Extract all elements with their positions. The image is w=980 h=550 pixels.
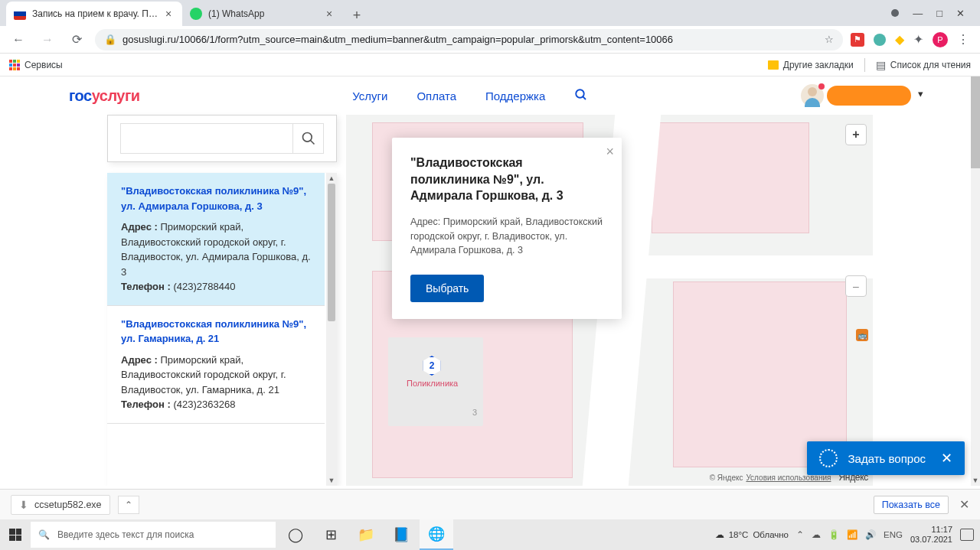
- map-marker[interactable]: 2 Поликлиника: [422, 356, 445, 382]
- forward-icon[interactable]: →: [37, 29, 58, 50]
- onedrive-icon[interactable]: ☁: [812, 529, 821, 540]
- url-input[interactable]: 🔒 gosuslugi.ru/10066/1/form?utm_source=m…: [95, 29, 843, 50]
- map-popup: × "Владивостокская поликлиника №9", ул. …: [392, 138, 622, 319]
- widget-close-icon[interactable]: ✕: [941, 450, 952, 467]
- tab-close-icon[interactable]: ×: [323, 8, 335, 20]
- clinic-search-input[interactable]: [120, 123, 293, 154]
- page-scroll-thumb[interactable]: [971, 76, 980, 168]
- browser-tab-active[interactable]: Запись на прием к врачу. Порта ×: [6, 2, 182, 26]
- notifications-icon[interactable]: [960, 529, 974, 541]
- show-all-downloads[interactable]: Показать все: [874, 496, 949, 514]
- svg-point-2: [302, 133, 312, 142]
- system-tray[interactable]: ⌃ ☁ 🔋 📶 🔊 ENG: [796, 529, 903, 540]
- list-scrollbar[interactable]: ▲ ▼: [326, 173, 337, 486]
- weather-widget[interactable]: ☁ 18°C Облачно: [715, 529, 789, 540]
- battery-icon[interactable]: 🔋: [828, 529, 839, 540]
- taskbar-search-placeholder: Введите здесь текст для поиска: [57, 529, 194, 540]
- favicon-ru-flag: [14, 8, 26, 20]
- extension-icons: ⚑ ◆ ✦ P ⋮: [851, 32, 972, 47]
- scroll-up-icon[interactable]: ▲: [326, 173, 337, 184]
- nav-support[interactable]: Поддержка: [485, 89, 545, 103]
- minimize-icon[interactable]: —: [913, 8, 923, 19]
- map-panel[interactable]: 3 2 Поликлиника × "Владивостокская полик…: [346, 115, 873, 486]
- chrome-icon[interactable]: 🌐: [420, 519, 453, 550]
- tab-close-icon[interactable]: ×: [162, 8, 175, 20]
- zoom-in-button[interactable]: +: [845, 124, 867, 145]
- user-name-pill: [827, 86, 911, 106]
- tab-title: (1) WhatsApp: [208, 8, 323, 19]
- header-search-icon[interactable]: [574, 88, 588, 104]
- nav-services[interactable]: Услуги: [352, 89, 387, 103]
- tray-chevron-icon[interactable]: ⌃: [796, 529, 804, 540]
- star-icon[interactable]: ☆: [825, 34, 834, 45]
- bookmark-reading-list[interactable]: ▤ Список для чтения: [876, 59, 971, 71]
- windows-logo-icon: [9, 529, 21, 541]
- download-item[interactable]: ⬇ ccsetup582.exe: [11, 495, 110, 515]
- scroll-down-icon[interactable]: ▼: [971, 475, 980, 486]
- nav-payment[interactable]: Оплата: [416, 89, 456, 103]
- marker-badge: 2: [422, 356, 442, 376]
- favicon-whatsapp: [190, 8, 202, 20]
- bus-stop-icon[interactable]: 🚌: [856, 329, 868, 341]
- explorer-icon[interactable]: 📁: [349, 519, 383, 550]
- svg-line-1: [583, 96, 586, 99]
- download-menu-icon[interactable]: ⌃: [118, 496, 139, 514]
- bookmark-bar: Сервисы Другие закладки ▤ Список для чте…: [0, 54, 980, 76]
- windows-taskbar: 🔍 Введите здесь текст для поиска ◯ ⊞ 📁 📘…: [0, 519, 980, 550]
- file-icon: ⬇: [19, 499, 28, 511]
- extensions-puzzle-icon[interactable]: ✦: [913, 32, 923, 47]
- maximize-icon[interactable]: □: [936, 8, 942, 19]
- bookmark-apps[interactable]: Сервисы: [9, 60, 63, 70]
- popup-address: Адрес: Приморский край, Владивостокский …: [410, 215, 603, 258]
- extension-flash-icon[interactable]: ⚑: [851, 33, 864, 47]
- clinic-search-box: [107, 115, 337, 162]
- scroll-down-icon[interactable]: ▼: [326, 475, 337, 486]
- download-bar-close-icon[interactable]: ✕: [959, 497, 969, 512]
- language-indicator[interactable]: ENG: [884, 530, 903, 539]
- clinic-card[interactable]: "Владивостокская поликлиника №9", ул. Га…: [107, 306, 325, 424]
- popup-title: "Владивостокская поликлиника №9", ул. Ад…: [410, 155, 603, 204]
- select-button[interactable]: Выбрать: [410, 275, 484, 302]
- download-bar: ⬇ ccsetup582.exe ⌃ Показать все ✕: [0, 489, 980, 519]
- site-logo[interactable]: госуслуги: [69, 87, 140, 105]
- app-icon[interactable]: 📘: [384, 519, 418, 550]
- map-zoom-controls: + –: [845, 124, 867, 297]
- page-content: госуслуги Услуги Оплата Поддержка: [0, 76, 980, 486]
- extension-icon[interactable]: [874, 34, 886, 46]
- page-scrollbar[interactable]: ▼: [971, 76, 980, 486]
- volume-icon[interactable]: 🔊: [865, 529, 876, 540]
- search-button[interactable]: [293, 123, 324, 154]
- account-icon[interactable]: [891, 9, 899, 17]
- popup-close-icon[interactable]: ×: [606, 144, 614, 160]
- user-avatar-icon: [801, 84, 824, 107]
- clinic-list: "Владивостокская поликлиника №9", ул. Ад…: [107, 173, 337, 486]
- extension-icon[interactable]: ◆: [895, 32, 904, 47]
- menu-icon[interactable]: ⋮: [957, 32, 969, 47]
- header-nav: Услуги Оплата Поддержка: [352, 88, 588, 104]
- taskbar-search[interactable]: 🔍 Введите здесь текст для поиска: [31, 522, 276, 548]
- profile-avatar-icon[interactable]: P: [933, 32, 948, 47]
- svg-point-0: [577, 89, 585, 98]
- user-menu[interactable]: [801, 84, 911, 107]
- address-bar: ← → ⟳ 🔒 gosuslugi.ru/10066/1/form?utm_so…: [0, 26, 980, 54]
- clinic-card-selected[interactable]: "Владивостокская поликлиника №9", ул. Ад…: [107, 173, 325, 306]
- folder-icon: [768, 60, 779, 70]
- cortana-icon[interactable]: ⊞: [314, 519, 348, 550]
- scroll-thumb[interactable]: [328, 184, 335, 321]
- ask-question-widget[interactable]: Задать вопрос ✕: [807, 441, 965, 475]
- back-icon[interactable]: ←: [8, 29, 29, 50]
- site-header: госуслуги Услуги Оплата Поддержка: [0, 76, 980, 115]
- taskbar-clock[interactable]: 11:17 03.07.2021: [910, 525, 952, 544]
- zoom-out-button[interactable]: –: [845, 275, 867, 297]
- browser-tab-inactive[interactable]: (1) WhatsApp ×: [182, 2, 343, 26]
- new-tab-button[interactable]: +: [346, 5, 368, 26]
- taskview-icon[interactable]: ◯: [279, 519, 312, 550]
- wifi-icon[interactable]: 📶: [847, 529, 858, 540]
- close-window-icon[interactable]: ✕: [956, 8, 965, 19]
- apps-grid-icon: [9, 60, 20, 70]
- bookmark-other[interactable]: Другие закладки: [768, 60, 854, 70]
- reload-icon[interactable]: ⟳: [66, 29, 87, 50]
- download-filename: ccsetup582.exe: [34, 500, 102, 510]
- content-row: "Владивостокская поликлиника №9", ул. Ад…: [0, 115, 980, 486]
- start-button[interactable]: [0, 519, 31, 550]
